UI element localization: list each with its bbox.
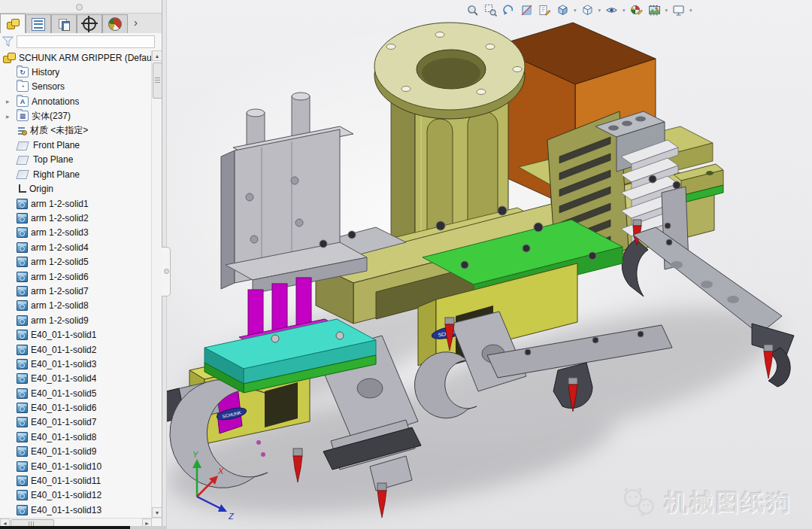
tree-item[interactable]: ▶ arm 1-2-solid3 (0, 226, 151, 240)
tree-item[interactable]: ▶ arm 1-2-solid8 (0, 299, 151, 313)
solid-icon (17, 432, 28, 442)
bottom-edge-strip (0, 526, 130, 529)
previous-view-icon[interactable] (501, 2, 517, 18)
hide-show-items-caret-icon[interactable]: ▾ (623, 8, 626, 14)
scroll-up-arrow[interactable]: ▲ (152, 50, 162, 61)
tree-item-label: Origin (29, 184, 53, 194)
view-orientation-caret-icon[interactable]: ▾ (574, 8, 577, 14)
tree-item-label: Front Plane (33, 140, 80, 150)
tree-item[interactable]: ▶ E40_01-1-solid5 (0, 386, 151, 400)
tree-item[interactable]: ▶ 材质 <未指定> (0, 123, 151, 138)
annotations-folder-icon (17, 96, 29, 107)
tree-item[interactable]: ▶ Right Plane (0, 167, 151, 181)
tree-item[interactable]: ▶ arm 1-2-solid4 (0, 240, 151, 254)
tree-item-label: E40_01-1-solid12 (31, 490, 102, 500)
watermark: 机械图纸狗 (621, 487, 792, 518)
tree-item-label: E40_01-1-solid8 (31, 432, 96, 442)
filter-funnel-icon (2, 36, 14, 47)
tab-displaymanager[interactable] (102, 14, 128, 33)
tree-item[interactable]: ▶ E40_01-1-solid6 (0, 400, 151, 415)
tree-item-label: 材质 <未指定> (30, 124, 88, 137)
solid-icon (17, 359, 28, 369)
tree-item-label: arm 1-2-solid3 (31, 227, 89, 238)
edit-appearance-icon[interactable] (629, 2, 644, 18)
tree-item[interactable]: ▶ Sensors (0, 80, 151, 94)
tree-vertical-scrollbar[interactable]: ▲ ▼ (151, 50, 162, 518)
tree-item[interactable]: ▶ arm 1-2-solid2 (0, 211, 151, 225)
tree-item[interactable]: ▶ E40_01-1-solid4 (0, 372, 151, 386)
display-style-caret-icon[interactable]: ▾ (598, 8, 601, 14)
tree-item[interactable]: ▶ arm 1-2-solid6 (0, 269, 151, 284)
tab-configurationmanager[interactable] (51, 14, 77, 33)
tree-item[interactable]: ▶ E40_01-1-solid8 (0, 430, 151, 444)
3d-drawing-view-icon[interactable] (537, 2, 553, 18)
triad-z-label: Z (228, 512, 235, 521)
section-view-icon[interactable] (519, 2, 535, 18)
panel-splitter-handle[interactable] (162, 247, 171, 296)
filter-input[interactable] (17, 35, 155, 48)
tree-item[interactable]: ▶ E40_01-1-solid10 (0, 459, 151, 473)
tab-featuremanager[interactable] (0, 14, 26, 33)
view-orientation-icon[interactable] (555, 2, 571, 18)
tree-item[interactable]: ▶ Front Plane (0, 138, 151, 152)
solid-icon (17, 315, 28, 326)
sensors-folder-icon (17, 81, 29, 92)
tree-item-label: E40_01-1-solid9 (31, 446, 96, 457)
tree-item[interactable]: ▶ E40_01-1-solid12 (0, 488, 151, 503)
tree-item[interactable]: ▶ arm 1-2-solid7 (0, 284, 151, 298)
tree-item[interactable]: ▶ E40_01-1-solid13 (0, 503, 151, 517)
solid-icon (17, 417, 28, 427)
tree-item-label: arm 1-2-solid7 (31, 286, 89, 296)
viewport-3d[interactable]: SCHUNK (167, 0, 812, 529)
view-settings-icon[interactable] (671, 2, 686, 18)
bottom-edge-strip-light (130, 526, 167, 529)
tree-item-label: arm 1-2-solid9 (31, 315, 89, 326)
tree-item[interactable]: ▶ E40_01-1-solid11 (0, 473, 151, 488)
zoom-to-area-icon[interactable] (483, 2, 498, 18)
panel-collapse-handle[interactable] (76, 4, 83, 11)
solid-icon (17, 242, 28, 253)
solidworks-window: SCHUNK (0, 0, 812, 529)
tree-item[interactable]: ▶ Annotations (0, 94, 151, 108)
tree-item-label: E40_01-1-solid3 (31, 359, 96, 369)
feature-manager-panel: › SCHUNK ARM GRIPPER (Default<< ▶ Histor… (0, 0, 162, 529)
apply-scene-caret-icon[interactable]: ▾ (665, 8, 668, 14)
hide-show-items-icon[interactable] (604, 2, 620, 18)
solid-icon (17, 227, 28, 238)
triad-x-label: X (217, 467, 224, 476)
tree-item[interactable]: ▶ arm 1-2-solid5 (0, 254, 151, 269)
tree-item[interactable]: ▶ E40_01-1-solid2 (0, 342, 151, 357)
tab-dimxpertmanager[interactable] (77, 14, 102, 33)
tree-item[interactable]: ▶ 实体(237) (0, 109, 151, 123)
model-canvas[interactable]: SCHUNK (167, 0, 812, 529)
tree-item-label: E40_01-1-solid5 (31, 388, 96, 399)
zoom-to-fit-icon[interactable] (465, 2, 480, 18)
triad-y-label: Y (192, 450, 198, 459)
view-settings-caret-icon[interactable]: ▾ (689, 8, 692, 14)
expand-arrow-icon[interactable]: ▶ (6, 114, 14, 119)
solid-icon (17, 345, 28, 355)
heads-up-toolbar: ▾ ▾ ▾ ▾ ▾ (465, 2, 693, 18)
tree-item-label: Annotations (32, 96, 79, 107)
tree-item-label: arm 1-2-solid1 (31, 199, 89, 209)
tab-propertymanager[interactable] (26, 14, 51, 33)
tree-item[interactable]: ▶ E40_01-1-solid1 (0, 327, 151, 342)
material-icon (17, 126, 27, 135)
tree-item-label: E40_01-1-solid2 (31, 345, 96, 355)
apply-scene-icon[interactable] (647, 2, 662, 18)
tree-item[interactable]: ▶ E40_01-1-solid9 (0, 445, 151, 459)
tree-item[interactable]: ▶ E40_01-1-solid3 (0, 357, 151, 371)
scroll-down-arrow[interactable]: ▼ (152, 507, 162, 518)
tree-item[interactable]: ▶ History (0, 65, 151, 79)
top-flange-part[interactable] (374, 23, 525, 119)
tree-root-item[interactable]: SCHUNK ARM GRIPPER (Default<< (0, 50, 151, 65)
tree-item[interactable]: ▶ E40_01-1-solid7 (0, 415, 151, 430)
tab-overflow-arrow[interactable]: › (134, 15, 138, 33)
dimxpertmanager-icon (83, 17, 96, 31)
tree-item[interactable]: ▶ arm 1-2-solid9 (0, 313, 151, 327)
display-style-icon[interactable] (580, 2, 595, 18)
expand-arrow-icon[interactable]: ▶ (6, 99, 14, 104)
tree-item[interactable]: ▶ arm 1-2-solid1 (0, 196, 151, 211)
tree-item[interactable]: ▶ Origin (0, 182, 151, 196)
tree-item[interactable]: ▶ Top Plane (0, 153, 151, 167)
